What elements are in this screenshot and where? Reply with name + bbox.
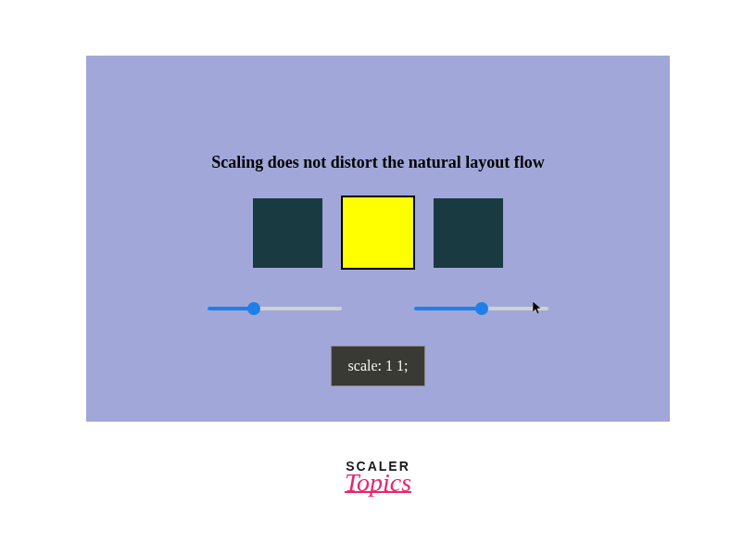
demo-heading: Scaling does not distort the natural lay… <box>211 153 545 172</box>
demo-container: Scaling does not distort the natural lay… <box>86 56 670 422</box>
brand-logo: SCALER Topics <box>345 459 411 498</box>
scale-x-slider[interactable] <box>208 307 342 310</box>
box-right <box>434 198 503 268</box>
box-left <box>253 198 322 268</box>
code-output-label: scale: 1 1; <box>331 346 426 386</box>
logo-topics-text: Topics <box>345 468 411 498</box>
scale-y-slider[interactable] <box>414 307 548 310</box>
box-center <box>341 196 415 270</box>
sliders-row <box>208 307 548 310</box>
boxes-row <box>253 196 503 270</box>
